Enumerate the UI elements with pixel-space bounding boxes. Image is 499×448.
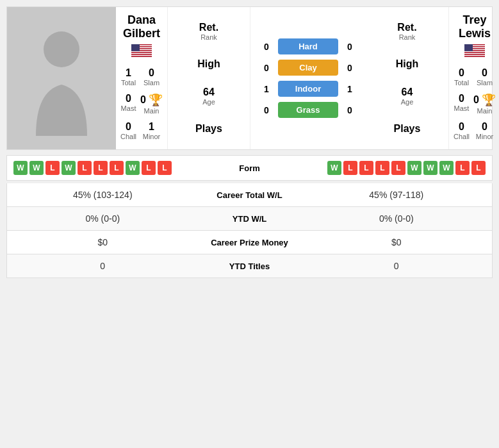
- form-badge-w: W: [423, 161, 438, 175]
- left-middle-stats: Ret. Rank High 64 Age Plays: [167, 7, 250, 149]
- hard-left-score: 0: [260, 42, 273, 52]
- clay-right-score: 0: [343, 63, 356, 73]
- ytd-left: 0% (0-0): [13, 213, 192, 224]
- hard-button[interactable]: Hard: [278, 38, 338, 54]
- form-badge-l: L: [110, 161, 124, 175]
- svg-rect-28: [464, 44, 473, 51]
- right-minor: 0 Minor: [472, 119, 497, 143]
- grass-right-score: 0: [343, 105, 356, 115]
- career-total-left: 45% (103-124): [13, 190, 192, 200]
- left-main: 0 🏆 Main: [139, 90, 164, 117]
- ytd-label: YTD W/L: [192, 214, 307, 224]
- grass-left-score: 0: [260, 105, 273, 115]
- left-stats-grid: 1 Total 0 Slam 0 Mast 0 🏆 Main: [119, 65, 164, 143]
- surface-indoor-row: 1 Indoor 1: [260, 81, 356, 97]
- form-badge-l: L: [94, 161, 108, 175]
- left-high: High: [197, 53, 220, 75]
- right-form-badges: WLLLLWWWLL: [288, 161, 486, 175]
- prize-left: $0: [13, 237, 192, 247]
- left-form-badges: WWLWLLLWLL: [13, 161, 211, 175]
- indoor-right-score: 1: [343, 84, 356, 94]
- right-trophy-icon: 🏆: [482, 93, 496, 107]
- svg-rect-24: [464, 53, 485, 54]
- form-section: WWLWLLLWLL Form WLLLLWWWLL: [6, 155, 493, 181]
- surfaces-section: 0 Hard 0 0 Clay 0 1 Indoor 1 0 Grass 0: [250, 7, 366, 149]
- left-age: 64 Age: [202, 81, 215, 111]
- right-flag: [464, 44, 485, 60]
- right-slam: 0 Slam: [472, 65, 497, 89]
- right-high: High: [396, 53, 419, 75]
- svg-point-0: [44, 31, 79, 67]
- player-comparison: Dana Gilbert: [6, 6, 493, 150]
- svg-rect-27: [464, 56, 485, 57]
- form-badge-l: L: [343, 161, 357, 175]
- form-badge-w: W: [29, 161, 44, 175]
- prize-label: Career Prize Money: [192, 238, 307, 247]
- svg-rect-25: [464, 54, 485, 55]
- left-player-info: Dana Gilbert: [116, 7, 167, 149]
- form-badge-w: W: [439, 161, 454, 175]
- form-badge-l: L: [45, 161, 60, 175]
- left-slam: 0 Slam: [139, 65, 164, 89]
- svg-rect-23: [464, 52, 485, 53]
- career-total-row: 45% (103-124) Career Total W/L 45% (97-1…: [6, 183, 493, 207]
- grass-button[interactable]: Grass: [278, 102, 338, 118]
- right-player-name: Trey Lewis: [452, 13, 497, 40]
- svg-rect-26: [464, 55, 485, 56]
- left-flag: [131, 44, 152, 60]
- titles-label: YTD Titles: [192, 261, 307, 271]
- left-rank: Ret. Rank: [199, 17, 218, 46]
- svg-rect-13: [131, 56, 152, 57]
- form-badge-w: W: [327, 161, 341, 175]
- right-total: 0 Total: [452, 65, 471, 89]
- form-badge-l: L: [158, 161, 172, 175]
- form-badge-l: L: [375, 161, 389, 175]
- svg-rect-11: [131, 54, 152, 55]
- ytd-right: 0% (0-0): [307, 213, 486, 224]
- right-plays: Plays: [394, 118, 421, 140]
- form-badge-l: L: [142, 161, 156, 175]
- form-badge-l: L: [391, 161, 405, 175]
- left-plays: Plays: [195, 118, 222, 140]
- hard-right-score: 0: [343, 42, 356, 52]
- indoor-button[interactable]: Indoor: [278, 81, 338, 97]
- titles-right: 0: [307, 261, 486, 271]
- svg-rect-22: [464, 51, 485, 53]
- left-trophy-icon: 🏆: [149, 93, 163, 107]
- right-stats-grid: 0 Total 0 Slam 0 Mast 0 🏆 Main: [452, 65, 497, 143]
- right-main: 0 🏆 Main: [472, 90, 497, 117]
- form-badge-l: L: [455, 161, 470, 175]
- svg-rect-9: [131, 52, 152, 53]
- left-mast: 0 Mast: [119, 90, 138, 117]
- prize-row: $0 Career Prize Money $0: [6, 231, 493, 254]
- form-badge-l: L: [359, 161, 373, 175]
- clay-button[interactable]: Clay: [278, 60, 338, 76]
- form-badge-w: W: [407, 161, 421, 175]
- svg-rect-14: [131, 44, 140, 51]
- right-rank: Ret. Rank: [397, 17, 416, 46]
- prize-right: $0: [307, 237, 486, 247]
- svg-rect-12: [131, 55, 152, 56]
- form-badge-w: W: [13, 161, 28, 175]
- right-age: 64 Age: [401, 81, 414, 111]
- surface-grass-row: 0 Grass 0: [260, 102, 356, 118]
- indoor-left-score: 1: [260, 84, 273, 94]
- titles-left: 0: [13, 261, 192, 271]
- surface-hard-row: 0 Hard 0: [260, 38, 356, 54]
- form-badge-w: W: [126, 161, 140, 175]
- form-label: Form: [211, 163, 288, 173]
- left-player-name: Dana Gilbert: [119, 13, 164, 40]
- left-total: 1 Total: [119, 65, 138, 89]
- right-chall: 0 Chall: [452, 119, 471, 143]
- form-badge-w: W: [61, 161, 76, 175]
- career-total-label: Career Total W/L: [192, 190, 307, 200]
- left-player-photo: [7, 7, 116, 149]
- career-total-right: 45% (97-118): [307, 190, 486, 200]
- left-minor: 1 Minor: [139, 119, 164, 143]
- left-chall: 0 Chall: [119, 119, 138, 143]
- svg-rect-10: [131, 53, 152, 54]
- surface-clay-row: 0 Clay 0: [260, 60, 356, 76]
- form-badge-l: L: [471, 161, 486, 175]
- right-middle-stats: Ret. Rank High 64 Age Plays: [366, 7, 449, 149]
- titles-row: 0 YTD Titles 0: [6, 254, 493, 278]
